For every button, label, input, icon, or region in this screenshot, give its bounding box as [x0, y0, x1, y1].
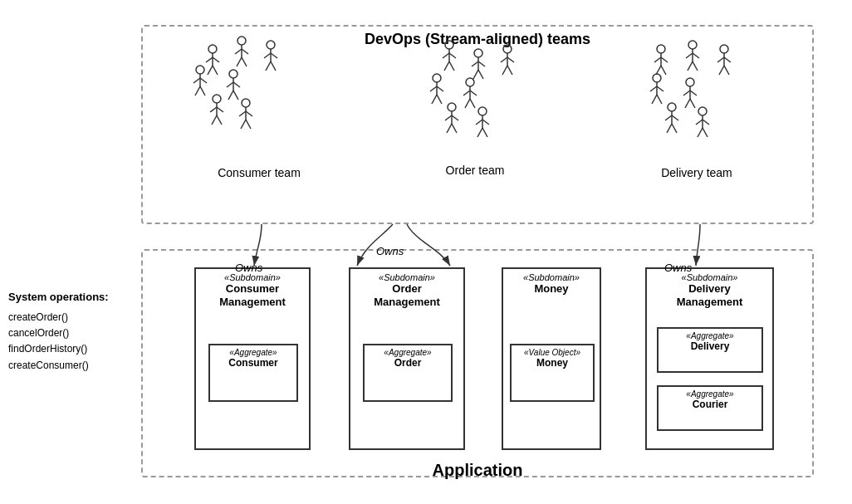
svg-line-33	[217, 107, 223, 112]
owns-label-order: Owns	[376, 245, 404, 257]
order-aggregate-box: «Aggregate» Order	[363, 344, 453, 402]
svg-line-5	[213, 66, 218, 75]
svg-line-124	[698, 128, 703, 137]
svg-line-75	[452, 115, 458, 120]
svg-point-18	[196, 66, 204, 74]
svg-line-26	[227, 82, 233, 87]
svg-line-112	[685, 99, 690, 108]
order-management-subdomain: «Subdomain» OrderManagement «Aggregate» …	[349, 267, 465, 450]
stick-figure	[645, 72, 668, 105]
svg-line-10	[237, 57, 242, 66]
svg-line-106	[652, 95, 657, 104]
svg-line-27	[233, 82, 240, 87]
svg-line-3	[213, 57, 219, 62]
courier-aggregate-box: «Aggregate» Courier	[657, 385, 763, 431]
stick-figure	[259, 39, 282, 72]
svg-line-104	[650, 86, 657, 91]
svg-line-100	[719, 66, 724, 75]
consumer-mgmt-name: ConsumerManagement	[196, 282, 309, 308]
stick-figure	[681, 39, 704, 72]
svg-line-69	[470, 91, 477, 95]
svg-point-102	[653, 74, 661, 82]
system-op-3: findOrderHistory()	[8, 341, 133, 357]
svg-line-56	[501, 57, 507, 62]
system-operations: System operations: createOrder() cancelO…	[8, 291, 133, 374]
svg-line-76	[447, 124, 452, 133]
svg-line-57	[507, 57, 514, 62]
svg-line-35	[217, 115, 222, 125]
svg-point-96	[720, 45, 728, 53]
order-mgmt-name: OrderManagement	[350, 282, 463, 308]
system-op-4: createConsumer()	[8, 358, 133, 374]
svg-line-17	[271, 61, 276, 71]
svg-line-39	[246, 111, 252, 116]
svg-point-66	[466, 78, 474, 86]
consumer-management-subdomain: «Subdomain» ConsumerManagement «Aggregat…	[194, 267, 311, 450]
delivery-mgmt-name: DeliveryManagement	[647, 282, 772, 308]
svg-line-46	[444, 61, 449, 71]
consumer-agg-stereotype: «Aggregate»	[210, 348, 296, 357]
svg-line-98	[717, 57, 724, 62]
delivery-agg-name: Delivery	[659, 340, 761, 352]
svg-point-72	[448, 103, 456, 111]
delivery-management-subdomain: «Subdomain» DeliveryManagement «Aggregat…	[645, 267, 774, 450]
devops-box: DevOps (Stream-aligned) teams	[141, 25, 814, 224]
svg-line-92	[686, 53, 693, 58]
stick-figure	[230, 35, 253, 68]
stick-figure	[691, 105, 714, 139]
order-agg-stereotype: «Aggregate»	[365, 348, 451, 357]
money-valueobj-box: «Value Object» Money	[510, 344, 595, 402]
svg-line-45	[449, 53, 456, 58]
svg-point-114	[668, 103, 676, 111]
svg-line-62	[430, 86, 437, 91]
svg-line-11	[242, 57, 247, 66]
svg-line-51	[478, 61, 485, 66]
svg-point-30	[213, 95, 221, 103]
courier-agg-stereotype: «Aggregate»	[659, 389, 761, 399]
svg-line-9	[242, 49, 248, 54]
svg-line-105	[657, 86, 663, 91]
svg-line-125	[703, 128, 708, 137]
svg-point-12	[267, 41, 275, 49]
stick-figure	[496, 43, 519, 76]
svg-line-122	[696, 120, 703, 125]
delivery-aggregate-box: «Aggregate» Delivery	[657, 327, 763, 373]
svg-line-28	[228, 91, 233, 100]
stick-figure	[467, 47, 490, 81]
svg-line-20	[193, 78, 200, 83]
system-ops-title: System operations:	[8, 291, 133, 303]
svg-line-119	[672, 124, 677, 133]
svg-line-16	[266, 61, 271, 71]
svg-point-36	[242, 99, 250, 107]
svg-line-68	[463, 91, 470, 95]
svg-point-42	[445, 41, 453, 49]
svg-point-24	[229, 70, 237, 78]
svg-line-21	[200, 78, 207, 83]
svg-point-84	[657, 45, 665, 53]
money-vo-name: Money	[512, 357, 593, 369]
svg-line-101	[724, 66, 729, 75]
svg-line-118	[667, 124, 672, 133]
svg-line-80	[476, 120, 482, 125]
stick-figure	[234, 97, 257, 130]
svg-line-22	[195, 86, 200, 95]
svg-line-41	[246, 120, 251, 129]
courier-agg-name: Courier	[659, 399, 761, 410]
money-stereotype: «Subdomain»	[503, 272, 600, 282]
svg-point-90	[688, 41, 697, 49]
svg-line-93	[693, 53, 699, 58]
svg-line-99	[724, 57, 731, 62]
svg-point-108	[686, 78, 694, 86]
svg-line-117	[672, 115, 678, 120]
svg-line-70	[465, 99, 470, 108]
svg-line-38	[239, 111, 246, 116]
stick-figure	[660, 101, 683, 135]
svg-line-63	[437, 86, 443, 91]
order-mgmt-stereotype: «Subdomain»	[350, 272, 463, 282]
svg-line-15	[271, 53, 277, 58]
svg-line-95	[693, 61, 698, 71]
stick-figure	[438, 39, 461, 72]
svg-line-14	[264, 53, 271, 58]
money-name: Money	[503, 282, 600, 296]
order-team-label: Order team	[429, 164, 521, 177]
